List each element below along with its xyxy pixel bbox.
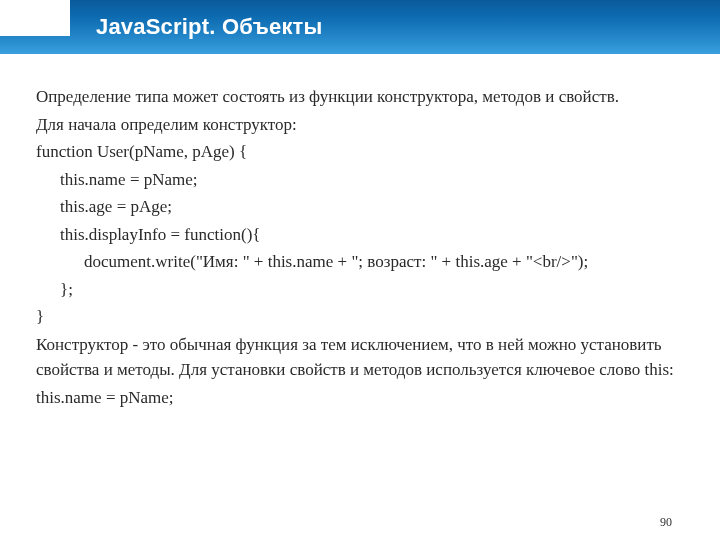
code-line: }; [36, 277, 684, 303]
slide-body: Определение типа может состоять из функц… [36, 84, 684, 500]
header-corner-accent [0, 0, 70, 36]
page-number: 90 [660, 515, 672, 530]
code-line: document.write("Имя: " + this.name + "; … [36, 249, 684, 275]
slide-title: JavaScript. Объекты [96, 14, 323, 40]
intro-paragraph-2: Для начала определим конструктор: [36, 112, 684, 138]
intro-paragraph-1: Определение типа может состоять из функц… [36, 84, 684, 110]
outro-paragraph-2: this.name = pName; [36, 385, 684, 411]
code-line: this.age = pAge; [36, 194, 684, 220]
code-line: this.name = pName; [36, 167, 684, 193]
code-line: function User(pName, pAge) { [36, 139, 684, 165]
slide: JavaScript. Объекты Определение типа мож… [0, 0, 720, 540]
code-line: this.displayInfo = function(){ [36, 222, 684, 248]
code-line: } [36, 304, 684, 330]
outro-paragraph-1: Конструктор - это обычная функция за тем… [36, 332, 684, 383]
